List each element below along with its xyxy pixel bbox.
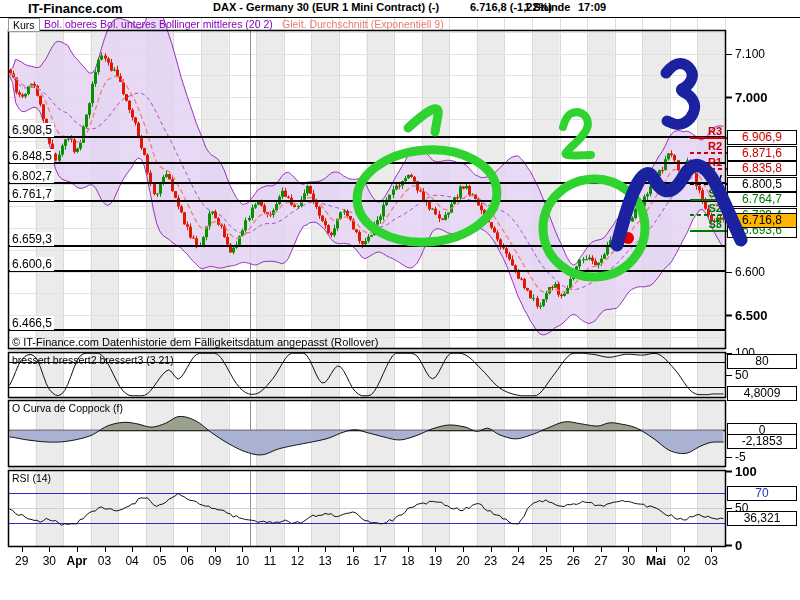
date-tick-label: Mai (641, 554, 671, 568)
panel-coppock-tick-label: -5 (735, 450, 746, 464)
price-axis-tick-label: 7.100 (735, 47, 765, 61)
clock-label: 17:09 (578, 1, 606, 13)
date-tick-label: 17 (365, 554, 395, 568)
date-tick-label: 19 (420, 554, 450, 568)
pivot-label-r2: R2 (684, 140, 722, 152)
pivot-label-s2: S2 (684, 202, 722, 214)
panel-label-bressert: bressert bressert2 bressert3 (3 21) (12, 354, 174, 366)
date-tick-label: 18 (393, 554, 423, 568)
date-tick-label: 03 (696, 554, 726, 568)
legend-bar: Kurs Bol. oberes Bol. unteres Bollinger … (0, 18, 800, 30)
date-tick-label: 02 (669, 554, 699, 568)
date-tick-label: 05 (145, 554, 175, 568)
panel-label-rsi: RSI (14) (12, 472, 51, 484)
date-tick-label: 20 (448, 554, 478, 568)
date-tick-label: 12 (283, 554, 313, 568)
date-tick-label: 16 (338, 554, 368, 568)
date-tick-label: 25 (531, 554, 561, 568)
price-level-label: 6.600,6 (10, 257, 54, 271)
legend-ema[interactable]: Gleit. Durchschnitt (Exponentiell 9) (282, 18, 444, 30)
price-level-label: 6.659,3 (10, 232, 54, 246)
panel-bressert-tick-label: 50 (735, 368, 748, 382)
date-tick-label: 24 (503, 554, 533, 568)
panel-rsi-tick-label: 0 (735, 538, 742, 553)
date-tick-label: 04 (117, 554, 147, 568)
date-tick-label: 23 (476, 554, 506, 568)
timeframe-label: 1 Stunde (524, 1, 570, 13)
date-tick-label: 13 (310, 554, 340, 568)
panel-rsi-tick-label: 100 (735, 464, 757, 479)
price-scale-box: 6.764,7 (727, 192, 797, 207)
brand-label: IT-Finance.com (28, 1, 123, 16)
price-level-label: 6.908,5 (10, 123, 54, 137)
pivot-label-r3: R3 (684, 125, 722, 137)
price-level-label: 6.466,5 (10, 316, 54, 330)
panel-bressert-value-box: 4,8009 (727, 386, 797, 401)
copyright-note: © IT-Finance.com Datenhistorie dem Fälli… (12, 336, 378, 348)
date-tick-label: 09 (200, 554, 230, 568)
pivot-label-r1: R1 (684, 156, 722, 168)
pivot-label-s1: S1 (684, 187, 722, 199)
price-axis-tick-label: 6.600 (735, 265, 765, 279)
panel-rsi-value-box: 70 (727, 486, 797, 501)
date-tick-label: 26 (558, 554, 588, 568)
price-scale-box: 6.835,8 (727, 161, 797, 176)
price-scale-box: 6.906,9 (727, 130, 797, 145)
price-level-label: 6.761,7 (10, 187, 54, 201)
title-bar: IT-Finance.com DAX - Germany 30 (EUR 1 M… (0, 0, 800, 18)
date-tick-label: 11 (255, 554, 285, 568)
panel-rsi-value-box: 36,321 (727, 511, 797, 526)
charting-application: IT-Finance.com DAX - Germany 30 (EUR 1 M… (0, 0, 800, 600)
legend-bollinger[interactable]: Bol. oberes Bol. unteres Bollinger mittl… (44, 18, 273, 30)
price-level-label: 6.802,7 (10, 169, 54, 183)
panel-label-coppock: O Curva de Coppock (f) (12, 402, 123, 414)
panel-coppock-value-box: -2,1853 (727, 434, 797, 449)
date-tick-label: 10 (227, 554, 257, 568)
price-scale-box: 6.800,5 (727, 177, 797, 192)
date-tick-label: 06 (172, 554, 202, 568)
price-scale-box: 6.871,6 (727, 146, 797, 161)
price-axis-tick-label: 6.500 (735, 308, 768, 323)
pivot-label-s3: S3 (684, 218, 722, 230)
price-level-label: 6.848,5 (10, 149, 54, 163)
date-tick-label: Apr (62, 554, 92, 568)
chart-canvas[interactable] (0, 0, 800, 600)
pivot-label-piv: Piv (684, 171, 722, 183)
instrument-title: DAX - Germany 30 (EUR 1 Mini Contract) (… (213, 1, 439, 13)
legend-kurs[interactable]: Kurs (8, 18, 40, 32)
date-tick-label: 29 (7, 554, 37, 568)
date-tick-label: 27 (586, 554, 616, 568)
price-axis-tick-label: 7.000 (735, 90, 768, 105)
current-price-box: 6.716,8 (727, 213, 797, 228)
date-tick-label: 30 (613, 554, 643, 568)
date-tick-label: 30 (34, 554, 64, 568)
panel-bressert-value-box: 80 (727, 354, 797, 369)
date-tick-label: 03 (90, 554, 120, 568)
